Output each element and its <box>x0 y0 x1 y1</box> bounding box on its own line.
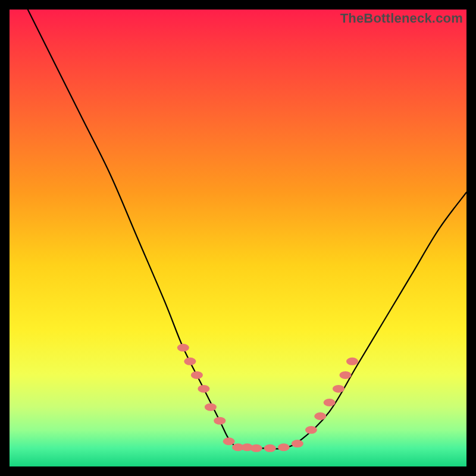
chart-frame: TheBottleneck.com <box>10 10 466 466</box>
plot-area: TheBottleneck.com <box>10 10 466 466</box>
background-gradient <box>10 10 466 466</box>
